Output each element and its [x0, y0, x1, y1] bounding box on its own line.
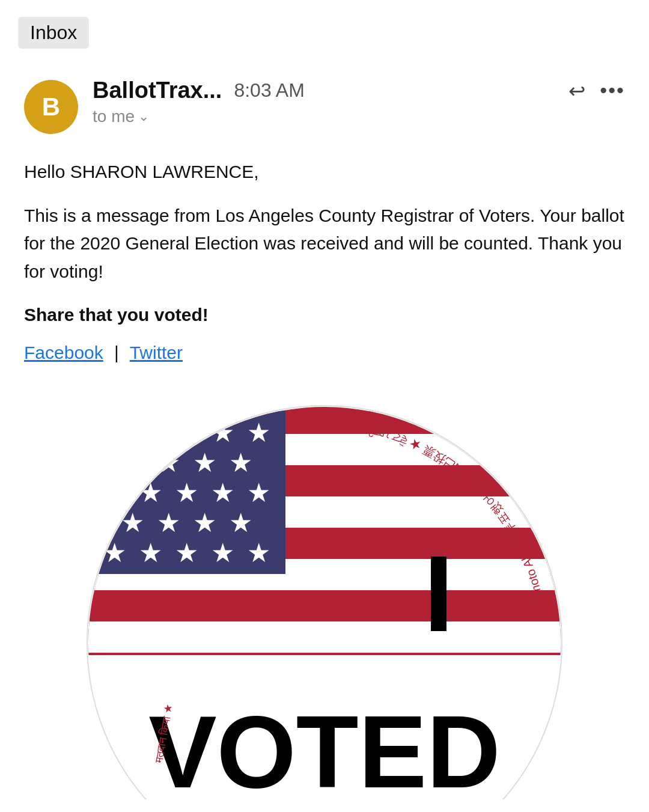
email-meta: BallotTrax... 8:03 AM ↩ ••• to me ⌄ [93, 78, 625, 126]
email-greeting: Hello SHARON LAWRENCE, [24, 158, 625, 186]
svg-text:★: ★ [121, 508, 144, 537]
svg-text:★: ★ [175, 538, 198, 567]
svg-text:★: ★ [139, 538, 162, 567]
svg-text:★: ★ [103, 478, 126, 507]
svg-text:★: ★ [229, 448, 252, 477]
svg-text:★: ★ [229, 508, 252, 537]
email-to-label: to me [93, 107, 135, 126]
email-links: Facebook | Twitter [24, 339, 625, 367]
svg-text:★: ★ [211, 538, 234, 567]
svg-text:★: ★ [193, 508, 216, 537]
email-header: B BallotTrax... 8:03 AM ↩ ••• to me ⌄ [24, 78, 625, 134]
inbox-badge[interactable]: Inbox [18, 17, 89, 49]
svg-text:★: ★ [103, 418, 126, 447]
svg-text:★: ★ [139, 418, 162, 447]
voted-sticker: ★ ★ ★ ★ ★ ★ ★ ★ ★ ★ ★ ★ ★ ★ [84, 403, 565, 799]
email-to: to me ⌄ [93, 107, 625, 126]
email-actions: ↩ ••• [568, 79, 625, 103]
avatar: B [24, 80, 78, 134]
svg-text:VOTED: VOTED [148, 695, 501, 799]
facebook-link[interactable]: Facebook [24, 343, 103, 362]
email-time: 8:03 AM [234, 79, 304, 102]
svg-rect-5 [87, 434, 562, 465]
more-options-icon[interactable]: ••• [600, 79, 625, 102]
email-sender-row: BallotTrax... 8:03 AM ↩ ••• [93, 78, 625, 103]
svg-text:★: ★ [247, 538, 270, 567]
sticker-svg: ★ ★ ★ ★ ★ ★ ★ ★ ★ ★ ★ ★ ★ ★ [84, 403, 565, 799]
svg-text:I: I [424, 533, 454, 654]
reply-icon[interactable]: ↩ [568, 79, 585, 103]
sender-name: BallotTrax... [93, 78, 222, 103]
svg-text:★: ★ [157, 508, 180, 537]
inbox-badge-container: Inbox [0, 0, 649, 66]
share-heading: Share that you voted! [24, 301, 625, 329]
svg-text:★: ★ [175, 418, 198, 447]
svg-text:★: ★ [211, 478, 234, 507]
svg-text:★: ★ [121, 448, 144, 477]
svg-text:★: ★ [193, 448, 216, 477]
link-separator: | [114, 343, 119, 362]
svg-rect-8 [87, 621, 562, 653]
email-body: Hello SHARON LAWRENCE, This is a message… [24, 158, 625, 367]
email-message: This is a message from Los Angeles Count… [24, 202, 625, 286]
twitter-link[interactable]: Twitter [130, 343, 183, 362]
email-container: B BallotTrax... 8:03 AM ↩ ••• to me ⌄ He… [0, 66, 649, 799]
sticker-section: ★ ★ ★ ★ ★ ★ ★ ★ ★ ★ ★ ★ ★ ★ [24, 403, 625, 799]
svg-text:★: ★ [247, 478, 270, 507]
svg-text:★: ★ [175, 478, 198, 507]
svg-text:★: ★ [247, 418, 270, 447]
chevron-down-icon[interactable]: ⌄ [138, 109, 149, 124]
